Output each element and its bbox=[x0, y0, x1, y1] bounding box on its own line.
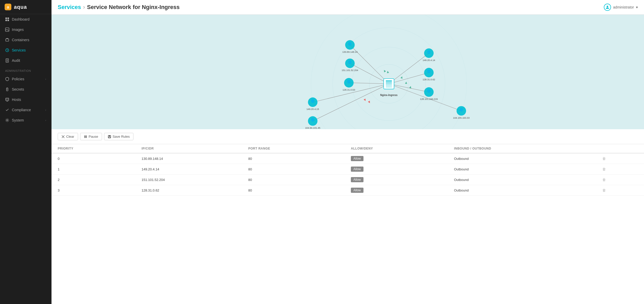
col-actions bbox=[596, 144, 644, 153]
node-104.155.163.33: 🌐 104.155.163.33 bbox=[453, 106, 470, 119]
sidebar: a aqua Dashboard Images Containers Servi… bbox=[0, 0, 52, 304]
node-149.20.4.15: 🌐 149.20.4.15 bbox=[307, 98, 319, 111]
svg-line-31 bbox=[389, 84, 429, 92]
secrets-icon bbox=[5, 87, 9, 91]
cell-allow-deny-0[interactable]: Allow bbox=[345, 153, 448, 164]
cell-port-1: 80 bbox=[242, 164, 345, 175]
user-menu[interactable]: administrator ▾ bbox=[604, 4, 638, 11]
nav-item-services[interactable]: Services bbox=[0, 45, 51, 55]
user-name-label: administrator bbox=[613, 5, 634, 9]
network-graph[interactable]: 🌐 130.89.148.14 🌐 151.101.52.204 🌐 128.3… bbox=[52, 15, 644, 129]
user-chevron-icon: ▾ bbox=[636, 5, 638, 9]
svg-text:🌐: 🌐 bbox=[311, 99, 315, 103]
nav-item-system[interactable]: System ‹ bbox=[0, 115, 51, 125]
table-row: 3 128.31.0.62 80 Allow Outbound 🗑 bbox=[52, 185, 644, 196]
allow-badge-2[interactable]: Allow bbox=[351, 177, 363, 182]
svg-rect-2 bbox=[5, 18, 7, 19]
svg-rect-78 bbox=[109, 135, 110, 136]
dashboard-icon bbox=[5, 17, 9, 21]
svg-text:128.31.0.62: 128.31.0.62 bbox=[423, 78, 435, 81]
cell-allow-deny-2[interactable]: Allow bbox=[345, 175, 448, 185]
images-icon bbox=[5, 28, 9, 32]
svg-text:128.31.0.63: 128.31.0.63 bbox=[343, 89, 355, 91]
topbar: Services › Service Network for Nginx-Ing… bbox=[52, 0, 644, 15]
compliance-chevron: ‹ bbox=[45, 109, 46, 111]
nav-item-audit[interactable]: Audit bbox=[0, 55, 51, 66]
svg-rect-76 bbox=[86, 135, 87, 138]
nav-item-hosts[interactable]: Hosts bbox=[0, 94, 51, 105]
nav-label-images: Images bbox=[12, 28, 24, 32]
nav-item-policies[interactable]: Policies ‹ bbox=[0, 74, 51, 84]
node-130.89.148.14: 🌐 130.89.148.14 bbox=[342, 40, 358, 53]
system-chevron: ‹ bbox=[45, 119, 46, 122]
breadcrumb-services-link[interactable]: Services bbox=[58, 4, 81, 11]
cell-priority-0: 0 bbox=[52, 153, 135, 164]
cell-ip-2: 151.101.52.204 bbox=[135, 175, 242, 185]
save-rules-button[interactable]: Save Rules bbox=[104, 133, 133, 140]
table-row: 0 130.89.148.14 80 Allow Outbound 🗑 bbox=[52, 153, 644, 164]
nav-item-containers[interactable]: Containers bbox=[0, 35, 51, 45]
node-128.31.0.63: 🌐 128.31.0.63 bbox=[343, 78, 355, 91]
allow-badge-0[interactable]: Allow bbox=[351, 156, 363, 161]
cell-allow-deny-1[interactable]: Allow bbox=[345, 164, 448, 175]
svg-text:🌐: 🌐 bbox=[348, 42, 352, 46]
cell-delete-0[interactable]: 🗑 bbox=[596, 153, 644, 164]
svg-rect-13 bbox=[6, 89, 8, 91]
svg-text:🌐: 🌐 bbox=[347, 80, 351, 83]
svg-text:104.94.101.45: 104.94.101.45 bbox=[305, 127, 320, 129]
delete-button-0[interactable]: 🗑 bbox=[602, 157, 606, 161]
nav-item-secrets[interactable]: Secrets bbox=[0, 84, 51, 94]
cell-delete-3[interactable]: 🗑 bbox=[596, 185, 644, 196]
nav-label-containers: Containers bbox=[12, 38, 29, 42]
cell-direction-0: Outbound bbox=[448, 153, 596, 164]
node-128.31.0.62: 🌐 128.31.0.62 bbox=[423, 68, 435, 81]
nav-item-images[interactable]: Images bbox=[0, 24, 51, 35]
node-149.20.4.14: 🌐 149.20.4.14 bbox=[423, 48, 435, 62]
nav-item-dashboard[interactable]: Dashboard bbox=[0, 14, 51, 24]
svg-line-25 bbox=[350, 63, 389, 84]
svg-marker-33 bbox=[383, 70, 386, 72]
delete-button-3[interactable]: 🗑 bbox=[602, 188, 606, 192]
node-151.101.52.204: 🌐 151.101.52.204 bbox=[342, 58, 358, 72]
aqua-logo-icon: a bbox=[4, 3, 12, 11]
allow-badge-3[interactable]: Allow bbox=[351, 188, 363, 193]
nav-label-services: Services bbox=[12, 48, 26, 52]
nav-label-compliance: Compliance bbox=[12, 108, 31, 112]
svg-text:🌐: 🌐 bbox=[427, 89, 431, 93]
services-icon bbox=[5, 48, 9, 52]
allow-badge-1[interactable]: Allow bbox=[351, 167, 363, 172]
svg-rect-75 bbox=[84, 135, 85, 138]
svg-text:🌐: 🌐 bbox=[311, 118, 315, 121]
clear-button[interactable]: Clear bbox=[58, 133, 78, 140]
delete-button-2[interactable]: 🗑 bbox=[602, 178, 606, 182]
cell-priority-2: 2 bbox=[52, 175, 135, 185]
svg-text:Nginx-Ingress: Nginx-Ingress bbox=[380, 94, 398, 97]
node-104.94.101.45: 🌐 104.94.101.45 bbox=[305, 116, 320, 129]
admin-section-label: Administration bbox=[0, 66, 51, 74]
svg-rect-79 bbox=[109, 137, 110, 138]
nav-label-hosts: Hosts bbox=[12, 98, 21, 102]
svg-marker-38 bbox=[363, 99, 366, 101]
cell-delete-1[interactable]: 🗑 bbox=[596, 164, 644, 175]
breadcrumb: Services › Service Network for Nginx-Ing… bbox=[58, 4, 180, 11]
svg-rect-71 bbox=[386, 86, 392, 88]
cell-delete-2[interactable]: 🗑 bbox=[596, 175, 644, 185]
policies-icon bbox=[5, 77, 9, 81]
pause-button[interactable]: Pause bbox=[80, 133, 102, 140]
cell-ip-0: 130.89.148.14 bbox=[135, 153, 242, 164]
col-priority: PRIORITY bbox=[52, 144, 135, 153]
svg-text:149.20.4.15: 149.20.4.15 bbox=[307, 108, 319, 110]
delete-button-1[interactable]: 🗑 bbox=[602, 167, 606, 171]
node-128.101.240.215: 🌐 128.101.240.215 bbox=[420, 87, 438, 100]
svg-point-18 bbox=[7, 120, 8, 121]
svg-rect-5 bbox=[7, 20, 9, 21]
svg-marker-36 bbox=[405, 82, 407, 84]
cell-direction-1: Outbound bbox=[448, 164, 596, 175]
nav-label-audit: Audit bbox=[12, 58, 20, 63]
cell-port-3: 80 bbox=[242, 185, 345, 196]
svg-text:128.101.240.215: 128.101.240.215 bbox=[420, 98, 438, 100]
svg-marker-35 bbox=[401, 76, 403, 79]
breadcrumb-title: Service Network for Nginx-Ingress bbox=[87, 4, 180, 11]
nav-item-compliance[interactable]: Compliance ‹ bbox=[0, 105, 51, 115]
cell-allow-deny-3[interactable]: Allow bbox=[345, 185, 448, 196]
